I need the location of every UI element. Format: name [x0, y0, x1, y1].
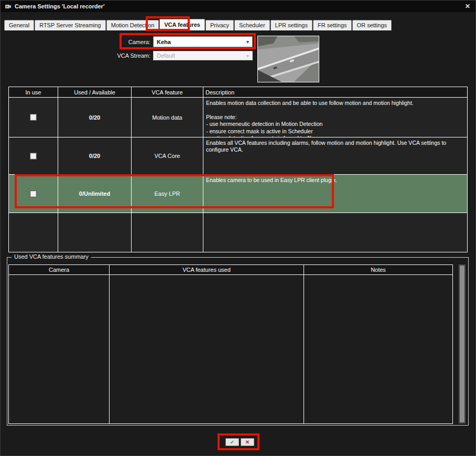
- summary-empty-cell: [9, 275, 109, 423]
- description-easy-lpr: Enables camera to be used in Easy LPR cl…: [203, 175, 467, 213]
- cancel-button[interactable]: ✕: [241, 438, 254, 446]
- tab-strip: General RTSP Server Streaming Motion Det…: [4, 19, 392, 30]
- table-row-easy-lpr-cell: [9, 175, 58, 213]
- tab-scheduler[interactable]: Scheduler: [234, 20, 270, 30]
- in-use-checkbox-motion-data[interactable]: [30, 114, 37, 121]
- camera-select-value: Keha: [157, 39, 244, 45]
- vca-features-table: In use Used / Available VCA feature Desc…: [8, 87, 468, 252]
- summary-col-header-camera: Camera: [9, 265, 109, 274]
- used-available-vca-core: 0/20: [58, 137, 131, 174]
- camera-select[interactable]: Keha ▾: [153, 36, 253, 47]
- ok-button[interactable]: ✓: [225, 438, 239, 446]
- close-icon[interactable]: ✕: [464, 3, 471, 10]
- camera-preview-scene: [258, 36, 319, 82]
- col-header-used-available: Used / Available: [58, 87, 131, 97]
- summary-group-title: Used VCA features summary: [12, 253, 91, 260]
- table-row-vca-core-cell: [9, 137, 58, 174]
- in-use-checkbox-easy-lpr[interactable]: [30, 190, 37, 197]
- tab-general[interactable]: General: [4, 20, 34, 30]
- col-header-in-use: In use: [9, 87, 58, 97]
- empty-row-cell: [132, 213, 203, 252]
- chevron-down-icon: ▾: [246, 53, 249, 59]
- camera-settings-dialog: Camera Settings 'Local recorder' ✕ Gener…: [0, 0, 476, 456]
- table-row-motion-data-cell: [9, 98, 58, 137]
- summary-empty-cell: [110, 275, 304, 423]
- description-motion-data: Enables motion data collection and be ab…: [203, 98, 467, 137]
- col-header-description: Description: [203, 87, 467, 97]
- window-title: Camera Settings 'Local recorder': [15, 3, 105, 9]
- empty-row-cell: [9, 213, 58, 252]
- tab-rtsp-server-streaming[interactable]: RTSP Server Streaming: [35, 20, 106, 30]
- close-icon: ✕: [245, 440, 250, 445]
- used-available-easy-lpr: 0/Unlimited: [58, 175, 131, 213]
- used-vca-features-summary-group: Used VCA features summary Camera VCA fea…: [7, 257, 469, 426]
- empty-row-cell: [203, 213, 467, 252]
- feature-name-easy-lpr: Easy LPR: [132, 175, 203, 213]
- feature-name-motion-data: Motion data: [132, 98, 203, 137]
- camera-label: Camera:: [103, 39, 150, 45]
- tab-or-settings[interactable]: OR settings: [352, 20, 392, 30]
- summary-scrollbar[interactable]: [459, 264, 466, 423]
- description-vca-core: Enables all VCA features including alarm…: [203, 137, 467, 174]
- tab-motion-detection[interactable]: Motion Detection: [106, 20, 159, 30]
- check-icon: ✓: [230, 440, 234, 445]
- vca-stream-select-value: Default: [157, 52, 244, 59]
- col-header-vca-feature: VCA feature: [132, 87, 203, 97]
- tab-fr-settings[interactable]: FR settings: [313, 20, 352, 30]
- tab-vca-features[interactable]: VCA features: [159, 19, 205, 30]
- summary-scrollbar-thumb[interactable]: [460, 266, 464, 422]
- empty-row-cell: [58, 213, 131, 252]
- title-bar: Camera Settings 'Local recorder' ✕: [1, 1, 475, 12]
- camera-settings-icon: [5, 3, 12, 10]
- feature-name-vca-core: VCA Core: [132, 137, 203, 174]
- used-available-motion-data: 0/20: [58, 98, 131, 137]
- chevron-down-icon: ▾: [246, 39, 249, 45]
- summary-col-header-notes: Notes: [304, 265, 452, 274]
- in-use-checkbox-vca-core[interactable]: [30, 153, 37, 160]
- tab-lpr-settings[interactable]: LPR settings: [271, 20, 312, 30]
- summary-table: Camera VCA features used Notes: [8, 264, 453, 424]
- vca-stream-select[interactable]: Default ▾: [153, 51, 253, 60]
- tab-privacy[interactable]: Privacy: [205, 20, 234, 30]
- summary-col-header-features: VCA features used: [110, 265, 304, 274]
- summary-empty-cell: [304, 275, 452, 423]
- vca-stream-label: VCA Stream:: [103, 52, 150, 59]
- camera-preview-image: [257, 36, 319, 82]
